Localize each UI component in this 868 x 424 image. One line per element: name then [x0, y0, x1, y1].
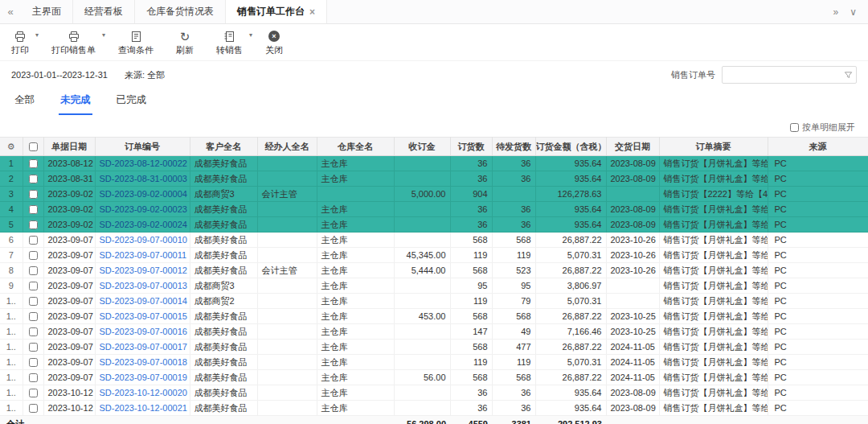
column-header[interactable]: 订货数 [450, 138, 492, 156]
table-row[interactable]: 1..2023-09-07SD-2023-09-07-00015成都美好食品主仓… [0, 309, 868, 324]
column-header[interactable]: 单据日期 [43, 138, 95, 156]
sales-order-no-input[interactable] [722, 66, 857, 84]
expand-by-detail-label[interactable]: 按单明细展开 [790, 121, 855, 134]
close-workbench-button[interactable]: × 关闭 [265, 30, 289, 56]
cell-date: 2023-09-07 [43, 355, 95, 370]
table-row[interactable]: 62023-09-07SD-2023-09-07-00010成都美好食品主仓库5… [0, 233, 868, 248]
tab-all[interactable]: 全部 [13, 90, 36, 115]
chevron-down-icon[interactable]: ▾ [35, 31, 39, 39]
row-number: 1.. [0, 309, 23, 324]
chevron-down-icon[interactable]: ▾ [249, 31, 252, 39]
cell-order-no[interactable]: SD-2023-09-07-00015 [95, 309, 190, 324]
column-header[interactable]: 订单编号 [95, 138, 190, 156]
cell-order-no[interactable]: SD-2023-09-02-00023 [95, 202, 190, 217]
table-row[interactable]: 32023-09-02SD-2023-09-02-00004成都商贸3会计主管5… [0, 187, 868, 202]
cell-order-no[interactable]: SD-2023-09-07-00011 [95, 248, 190, 263]
row-checkbox[interactable] [29, 159, 38, 168]
cell-order-no[interactable]: SD-2023-09-02-00004 [95, 187, 190, 202]
cell-order-no[interactable]: SD-2023-08-31-00003 [95, 171, 190, 187]
chevron-down-icon[interactable]: ▾ [102, 31, 105, 39]
table-row[interactable]: 52023-09-02SD-2023-09-02-00024成都美好食品主仓库3… [0, 217, 868, 233]
table-row[interactable]: 22023-08-31SD-2023-08-31-00003成都美好食品主仓库3… [0, 171, 868, 187]
cell-order-no[interactable]: SD-2023-09-07-00017 [95, 340, 190, 355]
cell-source: PC [768, 401, 868, 416]
table-row[interactable]: 1..2023-09-07SD-2023-09-07-00016成都美好食品主仓… [0, 324, 868, 340]
column-header[interactable]: 待发货数 [492, 138, 535, 156]
column-header[interactable]: 收订金 [394, 138, 450, 156]
cell-order-no[interactable]: SD-2023-08-12-00022 [95, 156, 190, 171]
cell-order-no[interactable]: SD-2023-09-02-00024 [95, 217, 190, 233]
table-row[interactable]: 12023-08-12SD-2023-08-12-00022成都美好食品主仓库3… [0, 156, 868, 171]
row-checkbox[interactable] [29, 389, 38, 397]
close-icon[interactable]: × [309, 7, 315, 17]
row-checkbox[interactable] [29, 236, 38, 245]
table-row[interactable]: 1..2023-09-07SD-2023-09-07-00018成都美好食品主仓… [0, 355, 868, 370]
filter-funnel-icon[interactable] [844, 71, 853, 80]
tab-main-screen[interactable]: 主界面 [21, 0, 73, 23]
table-row[interactable]: 72023-09-07SD-2023-09-07-00011成都美好食品主仓库4… [0, 248, 868, 263]
tab-business-dashboard[interactable]: 经营看板 [73, 0, 135, 23]
row-checkbox[interactable] [29, 343, 38, 352]
cell-order-no[interactable]: SD-2023-09-07-00019 [95, 370, 190, 385]
column-header[interactable]: 交货日期 [606, 138, 659, 156]
cell-order-no[interactable]: SD-2023-09-07-00016 [95, 324, 190, 340]
cell-order-no[interactable]: SD-2023-10-12-00021 [95, 401, 190, 416]
row-checkbox[interactable] [29, 297, 38, 306]
column-header[interactable]: 订货金额（含税） [535, 138, 606, 156]
table-row[interactable]: 1..2023-10-12SD-2023-10-12-00021成都美好食品主仓… [0, 401, 868, 416]
cell-order-no[interactable]: SD-2023-09-07-00014 [95, 294, 190, 309]
tabs-scroll-right-icon[interactable]: » [833, 6, 839, 18]
table-row[interactable]: 1..2023-09-07SD-2023-09-07-00017成都美好食品主仓… [0, 340, 868, 355]
cell-customer: 成都美好食品 [190, 324, 257, 340]
row-checkbox[interactable] [29, 220, 38, 229]
select-all-checkbox[interactable] [29, 142, 38, 151]
row-checkbox[interactable] [29, 282, 38, 290]
column-header[interactable]: 经办人全名 [257, 138, 317, 156]
row-checkbox[interactable] [29, 190, 38, 199]
column-header[interactable]: 仓库全名 [317, 138, 394, 156]
row-checkbox[interactable] [29, 205, 38, 214]
row-checkbox[interactable] [29, 404, 38, 413]
column-header[interactable]: 来源 [768, 138, 868, 156]
gear-icon[interactable]: ⚙ [7, 142, 15, 151]
table-row[interactable]: 1..2023-10-12SD-2023-10-12-00020成都美好食品主仓… [0, 385, 868, 401]
table-row[interactable]: 1..2023-09-07SD-2023-09-07-00019成都美好食品主仓… [0, 370, 868, 385]
row-checkbox[interactable] [29, 327, 38, 336]
tab-warehouse-stock-report[interactable]: 仓库备货情况表 [135, 0, 226, 23]
column-header[interactable]: 客户全名 [190, 138, 257, 156]
transfer-to-sales-button[interactable]: ▾ 转销售 [216, 30, 249, 56]
row-checkbox[interactable] [29, 251, 38, 260]
refresh-button[interactable]: ↻ 刷新 [176, 30, 200, 56]
row-checkbox[interactable] [29, 175, 38, 183]
row-checkbox[interactable] [29, 358, 38, 367]
row-checkbox[interactable] [29, 266, 38, 275]
row-checkbox[interactable] [29, 373, 38, 382]
tab-sales-order-workbench[interactable]: 销售订单工作台 × [226, 0, 327, 23]
row-checkbox[interactable] [29, 312, 38, 321]
cell-handler [257, 294, 317, 309]
print-sales-order-button[interactable]: ▾ 打印销售单 [51, 30, 102, 56]
table-row[interactable]: 92023-09-07SD-2023-09-07-00013成都商贸3主仓库95… [0, 278, 868, 294]
cell-summary: 销售订货【月饼礼盒】等给【成都美好食品】： [659, 355, 768, 370]
tab-unfinished[interactable]: 未完成 [59, 90, 92, 115]
cell-deposit [394, 202, 450, 217]
table-row[interactable]: 42023-09-02SD-2023-09-02-00023成都美好食品主仓库3… [0, 202, 868, 217]
cell-deposit: 45,345.00 [394, 248, 450, 263]
cell-order-no[interactable]: SD-2023-10-12-00020 [95, 385, 190, 401]
cell-order-no[interactable]: SD-2023-09-07-00018 [95, 355, 190, 370]
table-row[interactable]: 82023-09-07SD-2023-09-07-00012成都美好食品会计主管… [0, 263, 868, 278]
print-button[interactable]: ▾ 打印 [11, 30, 35, 56]
column-header[interactable]: 订单摘要 [659, 138, 768, 156]
cell-customer: 成都美好食品 [190, 340, 257, 355]
expand-by-detail-checkbox[interactable] [790, 123, 799, 132]
cell-order-no[interactable]: SD-2023-09-07-00010 [95, 233, 190, 248]
cell-amount: 5,070.31 [535, 294, 606, 309]
cell-order-no[interactable]: SD-2023-09-07-00013 [95, 278, 190, 294]
query-conditions-button[interactable]: 查询条件 [118, 30, 160, 56]
cell-delivery: 2023-08-09 [606, 171, 659, 187]
tabs-dropdown-icon[interactable]: ∨ [850, 6, 857, 18]
cell-order-no[interactable]: SD-2023-09-07-00012 [95, 263, 190, 278]
tab-finished[interactable]: 已完成 [115, 90, 149, 115]
table-row[interactable]: 1..2023-09-07SD-2023-09-07-00014成都商贸2主仓库… [0, 294, 868, 309]
tabs-scroll-left-icon[interactable]: « [0, 0, 21, 23]
